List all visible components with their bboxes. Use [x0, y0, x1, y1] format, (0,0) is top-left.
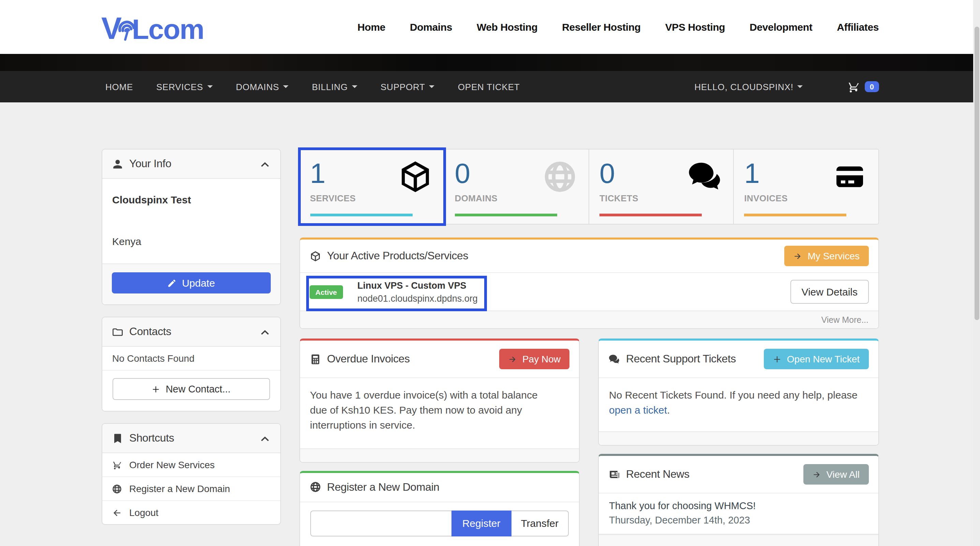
hero-image	[0, 54, 980, 71]
service-row[interactable]: Active Linux VPS - Custom VPS node01.clo…	[300, 273, 878, 311]
plus-icon	[773, 354, 781, 364]
dashboard: Your Info Cloudspinx Test Kenya Update	[0, 102, 980, 546]
open-a-ticket-link[interactable]: open a ticket	[609, 404, 667, 416]
site-header: V Lcom Home Domains Web Hosting Reseller…	[0, 0, 980, 54]
transfer-button[interactable]: Transfer	[511, 510, 569, 536]
update-info-button[interactable]: Update	[111, 272, 270, 294]
top-nav-domains[interactable]: Domains	[410, 21, 452, 33]
no-tickets-text-after: .	[667, 404, 670, 416]
top-nav: Home Domains Web Hosting Reseller Hostin…	[357, 21, 879, 33]
top-nav-reseller-hosting[interactable]: Reseller Hosting	[562, 21, 640, 33]
top-nav-web-hosting[interactable]: Web Hosting	[477, 21, 538, 33]
chevron-up-icon[interactable]	[259, 326, 270, 337]
overdue-invoices-text: You have 1 overdue invoice(s) with a tot…	[310, 388, 548, 433]
support-tickets-title: Recent Support Tickets	[626, 353, 758, 365]
services-accent-bar	[310, 214, 412, 216]
open-new-ticket-button[interactable]: Open New Ticket	[764, 349, 869, 369]
cart-icon	[111, 460, 122, 470]
cart-button[interactable]: 0	[847, 80, 879, 93]
view-more-link[interactable]: View More...	[821, 315, 869, 325]
newspaper-icon	[608, 469, 620, 481]
navbar-support[interactable]: SUPPORT	[369, 81, 446, 92]
my-services-button[interactable]: My Services	[784, 246, 869, 266]
globe-icon	[309, 481, 321, 493]
page: V Lcom Home Domains Web Hosting Reseller…	[0, 0, 980, 546]
main-content: 1 SERVICES 0 DOMAINS 0	[299, 149, 879, 546]
view-all-button[interactable]: View All	[803, 465, 869, 485]
active-products-title: Your Active Products/Services	[327, 250, 778, 262]
your-info-header[interactable]: Your Info	[102, 150, 280, 179]
user-greeting: HELLO, CLOUDSPINX!	[694, 81, 793, 92]
transfer-label: Transfer	[521, 517, 558, 529]
shortcut-register-domain[interactable]: Register a New Domain	[102, 477, 280, 500]
domains-label: DOMAINS	[455, 193, 579, 203]
shortcut-order-new-services[interactable]: Order New Services	[102, 453, 280, 476]
invoices-accent-bar	[745, 214, 847, 216]
shortcut-label: Logout	[129, 507, 159, 518]
scrollbar[interactable]	[973, 0, 980, 546]
shortcut-logout[interactable]: Logout	[102, 501, 280, 524]
top-nav-affiliates[interactable]: Affiliates	[837, 21, 879, 33]
pencil-icon	[167, 278, 177, 288]
navbar-home[interactable]: HOME	[101, 81, 145, 92]
stat-card-domains[interactable]: 0 DOMAINS	[445, 150, 590, 224]
status-badge: Active	[309, 285, 343, 299]
arrow-left-icon	[111, 508, 122, 518]
navbar-services-label: SERVICES	[156, 81, 203, 92]
caret-down-icon	[797, 85, 803, 88]
new-contact-button[interactable]: New Contact...	[112, 378, 270, 400]
navbar-domains-label: DOMAINS	[236, 81, 279, 92]
support-tickets-panel: Recent Support Tickets Open New Ticket N…	[598, 338, 879, 446]
comments-icon	[608, 353, 620, 365]
news-item[interactable]: Thank you for choosing WHMCS! Thursday, …	[599, 494, 878, 535]
navbar-services[interactable]: SERVICES	[145, 81, 224, 92]
view-details-button[interactable]: View Details	[791, 280, 869, 304]
chevron-up-icon[interactable]	[259, 433, 270, 444]
stat-card-services[interactable]: 1 SERVICES	[300, 150, 445, 224]
stat-card-tickets[interactable]: 0 TICKETS	[589, 150, 734, 224]
open-new-ticket-label: Open New Ticket	[787, 354, 860, 364]
stats-strip: 1 SERVICES 0 DOMAINS 0	[299, 149, 879, 225]
chevron-up-icon[interactable]	[259, 158, 270, 169]
navbar-open-ticket[interactable]: OPEN TICKET	[446, 81, 531, 92]
no-tickets-text: No Recent Tickets Found. If you need any…	[609, 388, 868, 418]
shortcuts-panel: Shortcuts Order New Services Register a …	[101, 423, 281, 525]
shortcuts-header[interactable]: Shortcuts	[102, 424, 280, 453]
your-info-title: Your Info	[129, 158, 253, 170]
list-item: Logout	[102, 501, 280, 524]
caret-down-icon	[207, 85, 213, 88]
domain-search-input[interactable]	[310, 510, 452, 536]
service-domain: node01.cloudspinx.dpdns.org	[357, 293, 478, 303]
top-nav-vps-hosting[interactable]: VPS Hosting	[665, 21, 725, 33]
globe-icon	[542, 159, 578, 195]
caret-down-icon	[429, 85, 435, 88]
navbar-billing[interactable]: BILLING	[301, 81, 369, 92]
service-info: Linux VPS - Custom VPS node01.cloudspinx…	[357, 280, 478, 303]
news-item-date: Thursday, December 14th, 2023	[609, 515, 868, 526]
panel-footer	[599, 535, 878, 546]
your-info-panel: Your Info Cloudspinx Test Kenya Update	[101, 149, 281, 305]
panel-footer	[599, 432, 878, 445]
top-nav-development[interactable]: Development	[749, 21, 812, 33]
scrollbar-thumb[interactable]	[974, 27, 979, 320]
credit-card-icon	[832, 159, 867, 195]
view-all-label: View All	[826, 469, 860, 480]
register-button[interactable]: Register	[452, 510, 511, 536]
my-services-label: My Services	[808, 251, 860, 262]
logo[interactable]: V Lcom	[101, 12, 204, 42]
client-navbar: HOME SERVICES DOMAINS BILLING SUPPORT OP…	[0, 71, 980, 102]
shortcuts-title: Shortcuts	[129, 432, 253, 444]
user-menu[interactable]: HELLO, CLOUDSPINX!	[682, 81, 814, 92]
register-domain-panel: Register a New Domain Register Transfer	[299, 471, 580, 546]
top-nav-home[interactable]: Home	[357, 21, 385, 33]
no-tickets-text-before: No Recent Tickets Found. If you need any…	[609, 389, 858, 401]
shortcut-list: Order New Services Register a New Domain…	[102, 453, 280, 524]
overdue-invoices-title: Overdue Invoices	[327, 353, 493, 365]
sidebar: Your Info Cloudspinx Test Kenya Update	[101, 149, 281, 536]
contacts-header[interactable]: Contacts	[102, 318, 280, 347]
pay-now-button[interactable]: Pay Now	[499, 349, 570, 369]
navbar-domains[interactable]: DOMAINS	[224, 81, 301, 92]
stat-card-invoices[interactable]: 1 INVOICES	[734, 150, 878, 224]
navbar-support-label: SUPPORT	[380, 81, 425, 92]
panel-footer	[300, 448, 579, 462]
